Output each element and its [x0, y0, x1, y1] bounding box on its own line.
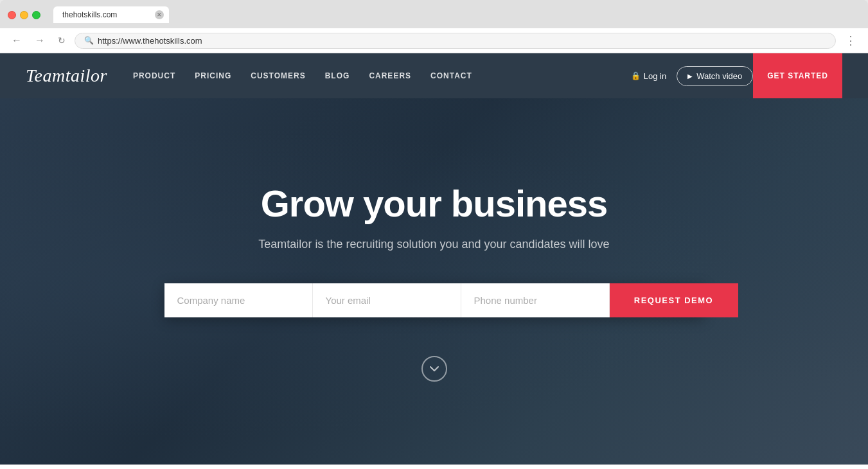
nav-product[interactable]: PRODUCT — [133, 71, 175, 80]
watch-video-button[interactable]: ▶ Watch video — [677, 66, 753, 86]
refresh-button[interactable]: ↻ — [54, 34, 69, 47]
nav-customers[interactable]: CUSTOMERS — [251, 71, 305, 80]
browser-titlebar: thehotskills.com ✕ — [0, 6, 868, 28]
back-button[interactable]: ← — [8, 33, 26, 48]
browser-menu-button[interactable]: ⋮ — [841, 32, 860, 49]
nav-links: PRODUCT PRICING CUSTOMERS BLOG CAREERS C… — [133, 71, 631, 80]
phone-input[interactable] — [461, 283, 610, 317]
clients-bar: C CYBERCOMGROUP SPENDRUPS 187 billogram … — [0, 465, 868, 469]
email-input[interactable] — [313, 283, 461, 317]
login-button[interactable]: 🔒 Log in — [631, 71, 666, 81]
site-nav: Teamtailor PRODUCT PRICING CUSTOMERS BLO… — [0, 53, 868, 98]
browser-tab[interactable]: thehotskills.com ✕ — [53, 6, 169, 23]
url-input[interactable] — [98, 36, 826, 46]
get-started-button[interactable]: GET STARTED — [753, 53, 842, 98]
nav-contact[interactable]: CONTACT — [430, 71, 472, 80]
login-label: Log in — [644, 71, 666, 81]
play-icon: ▶ — [687, 73, 693, 80]
browser-toolbar: ← → ↻ 🔍 ⋮ — [0, 28, 868, 53]
nav-actions: 🔒 Log in ▶ Watch video — [631, 66, 753, 86]
traffic-lights — [8, 11, 40, 19]
tab-close-button[interactable]: ✕ — [155, 10, 164, 19]
nav-blog[interactable]: BLOG — [325, 71, 350, 80]
hero-subtitle: Teamtailor is the recruiting solution yo… — [13, 238, 855, 251]
lock-icon: 🔍 — [84, 36, 94, 45]
hero-section: Grow your business Teamtailor is the rec… — [0, 98, 868, 465]
forward-button[interactable]: → — [31, 33, 49, 48]
website: Teamtailor PRODUCT PRICING CUSTOMERS BLO… — [0, 53, 868, 469]
company-name-input[interactable] — [164, 283, 313, 317]
hero-title: Grow your business — [13, 182, 855, 225]
lock-icon: 🔒 — [631, 71, 641, 80]
nav-pricing[interactable]: PRICING — [195, 71, 231, 80]
site-logo[interactable]: Teamtailor — [26, 66, 107, 86]
request-demo-button[interactable]: REQUEST DEMO — [610, 283, 738, 317]
minimize-traffic-light[interactable] — [20, 11, 28, 19]
browser-chrome: thehotskills.com ✕ ← → ↻ 🔍 ⋮ — [0, 0, 868, 53]
hero-form: REQUEST DEMO — [164, 283, 704, 317]
close-traffic-light[interactable] — [8, 11, 16, 19]
tab-label: thehotskills.com — [62, 10, 117, 19]
hero-content: Grow your business Teamtailor is the rec… — [0, 182, 868, 317]
address-bar[interactable]: 🔍 — [75, 33, 836, 49]
watch-video-label: Watch video — [696, 71, 742, 81]
scroll-down-button[interactable] — [421, 356, 447, 382]
maximize-traffic-light[interactable] — [32, 11, 40, 19]
nav-careers[interactable]: CAREERS — [369, 71, 411, 80]
tab-area: thehotskills.com ✕ — [53, 6, 169, 23]
